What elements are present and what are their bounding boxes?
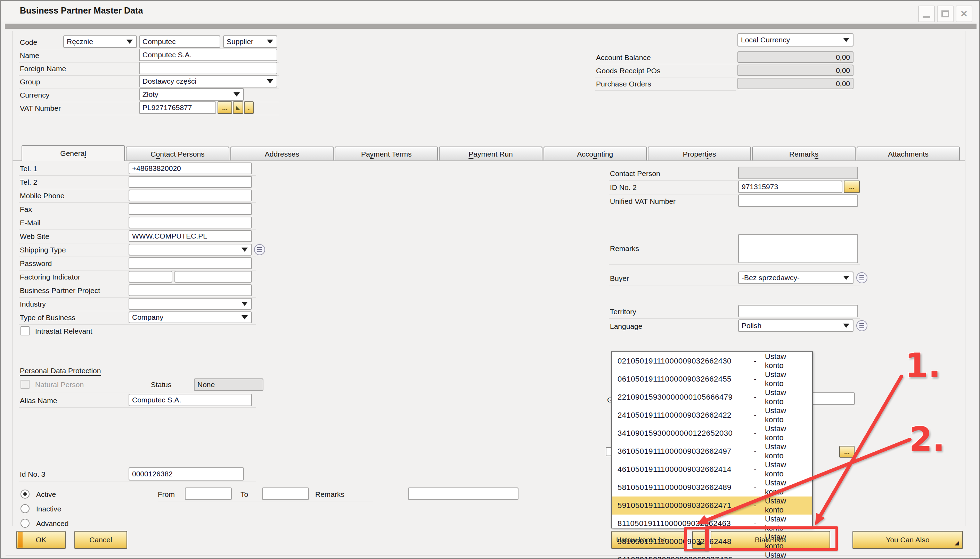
cancel-button[interactable]: Cancel [75, 531, 127, 549]
type-of-business-select[interactable]: Company [129, 311, 252, 323]
remarks-textarea[interactable] [738, 234, 858, 263]
tab-properties[interactable]: Properties [648, 147, 751, 161]
bp-project-input[interactable] [129, 284, 252, 296]
corner-triangle-icon: ◢ [955, 539, 959, 546]
you-can-also-button[interactable]: You Can Also ◢ [852, 531, 963, 549]
buyer-label: Buyer [610, 274, 629, 283]
you-can-also-label: You Can Also [886, 536, 929, 544]
tel1-label: Tel. 1 [20, 165, 37, 173]
tab-payment-terms[interactable]: Payment Terms [335, 147, 438, 161]
inactive-radio[interactable] [20, 504, 30, 513]
tab-addresses[interactable]: Addresses [230, 147, 333, 161]
bank-account-list-item[interactable]: 36105019111000009032662497-Ustaw konto [612, 442, 812, 460]
bank-account-list-item[interactable]: 24105019111000009032662422-Ustaw konto [612, 406, 812, 424]
language-select[interactable]: Polish [738, 319, 854, 332]
validity-remarks-input[interactable] [408, 488, 519, 500]
active-radio[interactable] [20, 490, 30, 499]
vat-number-label: VAT Number [20, 104, 61, 112]
vat-number-input[interactable]: PL9271765877 [139, 101, 216, 114]
bank-account-number: 22109015930000000105666479 [617, 393, 745, 402]
personal-data-protection-heading: Personal Data Protection [20, 367, 101, 375]
group-select[interactable]: Dostawcy części [139, 75, 277, 88]
bank-account-list-item[interactable]: 64109015930000000059037435-Ustaw konto [612, 551, 812, 559]
row-underline [19, 189, 256, 189]
bank-account-list-item[interactable]: 34109015930000000122652030-Ustaw konto [612, 424, 812, 442]
vat-browse-button[interactable]: ... [217, 101, 232, 114]
tab-payment-run[interactable]: Payment Run [439, 147, 542, 161]
close-icon: ✕ [960, 9, 968, 20]
separator-dash: - [745, 375, 765, 384]
row-underline [19, 243, 256, 243]
maximize-button[interactable] [937, 5, 953, 22]
tel1-input[interactable]: +48683820020 [129, 162, 252, 174]
chevron-down-icon [843, 276, 849, 280]
bp-project-label: Business Partner Project [20, 286, 100, 295]
vat-next-button[interactable]: . [244, 101, 254, 114]
buyer-select[interactable]: -Bez sprzedawcy- [738, 271, 854, 284]
tab-contact-persons[interactable]: Contact Persons [126, 147, 229, 161]
set-account-action-label: Ustaw konto [765, 424, 807, 442]
group-label: Group [20, 78, 40, 86]
code-input[interactable]: Computec [139, 35, 221, 48]
email-input[interactable] [129, 217, 252, 228]
frame-right [965, 31, 965, 526]
from-input[interactable] [185, 488, 232, 500]
bank-account-list-item[interactable]: 58105019111000009032662489-Ustaw konto [612, 478, 812, 496]
unified-vat-input[interactable] [738, 194, 858, 207]
tab-general[interactable]: General [22, 145, 125, 161]
bank-account-list-item[interactable]: 46105019111000009032662414-Ustaw konto [612, 460, 812, 478]
tab-attachments[interactable]: Attachments [857, 147, 960, 161]
ok-label: OK [36, 536, 46, 544]
contact-person-label: Contact Person [610, 169, 660, 178]
id-no3-input[interactable]: 0000126382 [129, 467, 244, 481]
industry-select[interactable] [129, 298, 252, 310]
tab-accounting[interactable]: Accounting [544, 147, 647, 161]
bank-account-list-item[interactable]: 22109015930000000105666479-Ustaw konto [612, 388, 812, 406]
intrastat-relevant-checkbox[interactable] [20, 326, 30, 336]
territory-input[interactable] [738, 305, 858, 318]
id-no2-input[interactable]: 971315973 [738, 180, 842, 193]
bank-account-list-item[interactable]: 02105019111000009032662430-Ustaw konto [612, 352, 812, 370]
currency-select[interactable]: Złoty [139, 88, 244, 101]
bp-type-select[interactable]: Supplier [223, 35, 277, 48]
code-series-select[interactable]: Ręcznie [63, 35, 137, 48]
maximize-icon [942, 10, 949, 17]
foreign-name-input[interactable] [139, 62, 277, 74]
ok-button[interactable]: OK [17, 531, 66, 549]
territory-label: Territory [610, 308, 636, 316]
shipping-type-list-icon[interactable] [254, 244, 265, 255]
display-currency-select[interactable]: Local Currency [738, 33, 854, 46]
advanced-radio[interactable] [20, 519, 30, 528]
language-value: Polish [741, 321, 761, 330]
to-input[interactable] [262, 488, 309, 500]
id-no3-label: Id No. 3 [20, 470, 46, 478]
website-input[interactable]: WWW.COMPUTEC.PL [129, 230, 252, 242]
mobile-phone-label: Mobile Phone [20, 192, 64, 200]
foreign-name-label: Foreign Name [20, 64, 66, 73]
buyer-list-icon[interactable] [856, 272, 867, 283]
password-input[interactable] [129, 257, 252, 269]
type-of-business-label: Type of Business [20, 314, 75, 322]
minimize-button[interactable] [918, 5, 935, 22]
row-underline [609, 264, 860, 265]
bank-account-list-item[interactable]: 59105019111000009032662471-Ustaw konto [612, 496, 812, 514]
shipping-type-select[interactable] [129, 244, 252, 256]
chevron-down-icon [234, 93, 240, 96]
tab-remarks[interactable]: Remarks [752, 147, 855, 161]
bank-account-number: 59105019111000009032662471 [617, 501, 745, 510]
language-list-icon[interactable] [856, 320, 867, 331]
alias-name-input[interactable]: Computec S.A. [129, 394, 252, 406]
close-button[interactable]: ✕ [956, 5, 972, 22]
row-browse-button[interactable]: ... [839, 446, 854, 458]
vat-prev-button[interactable]: ◣ [233, 101, 243, 114]
mobile-phone-input[interactable] [129, 190, 252, 202]
tel2-input[interactable] [129, 176, 252, 188]
fax-input[interactable] [129, 203, 252, 215]
chevron-down-icon [843, 324, 849, 328]
factoring-indicator-input-1[interactable] [129, 271, 172, 283]
website-label: Web Site [20, 232, 49, 241]
name-input[interactable]: Computec S.A. [139, 49, 277, 61]
id-no2-browse-button[interactable]: ... [844, 180, 860, 193]
bank-account-list-item[interactable]: 06105019111000009032662455-Ustaw konto [612, 370, 812, 388]
factoring-indicator-input-2[interactable] [174, 271, 252, 283]
